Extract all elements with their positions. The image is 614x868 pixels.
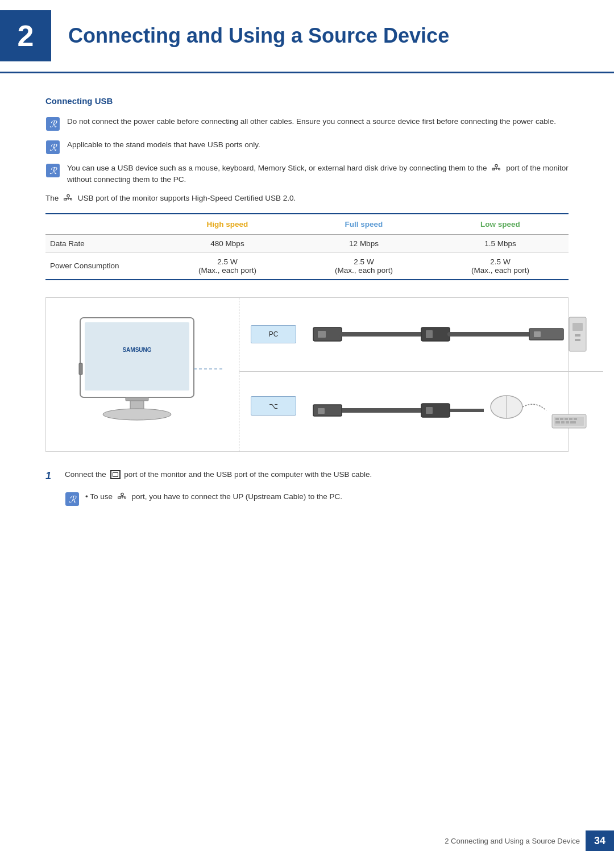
- svg-point-11: [499, 168, 500, 170]
- diagram-label-device: ⌥: [251, 396, 296, 416]
- svg-rect-50: [565, 418, 568, 420]
- svg-rect-53: [555, 421, 560, 423]
- svg-rect-24: [126, 397, 148, 401]
- table-cell-data-rate-label: Data Rate: [45, 234, 159, 252]
- page-header: 2 Connecting and Using a Source Device: [0, 0, 614, 73]
- note-text-2: Applicable to the stand models that have…: [67, 139, 260, 151]
- svg-rect-52: [574, 418, 577, 420]
- svg-point-6: [495, 165, 497, 167]
- svg-point-59: [121, 493, 123, 496]
- svg-rect-36: [575, 334, 580, 337]
- svg-rect-38: [313, 405, 342, 416]
- svg-rect-42: [426, 407, 433, 414]
- table-cell-power-low: 2.5 W (Max., each port): [432, 252, 569, 280]
- table-header-empty: [45, 214, 159, 235]
- monitor-illustration: SAMSUNG: [63, 312, 222, 437]
- step-1: 1 Connect the port of the monitor and th…: [45, 469, 569, 482]
- note-item-3: ℛ You can use a USB device such as a mou…: [45, 163, 569, 186]
- svg-text:ℛ: ℛ: [49, 119, 57, 129]
- svg-rect-55: [566, 421, 569, 423]
- svg-rect-16: [64, 198, 67, 200]
- table-row-data-rate: Data Rate 480 Mbps 12 Mbps 1.5 Mbps: [45, 234, 569, 252]
- diagram-label-pc: PC: [251, 325, 296, 343]
- table-cell-power-full: 2.5 W (Max., each port): [296, 252, 432, 280]
- table-cell-data-rate-high: 480 Mbps: [159, 234, 296, 252]
- svg-text:ℛ: ℛ: [69, 495, 77, 504]
- svg-rect-26: [313, 327, 342, 341]
- svg-rect-39: [318, 408, 325, 414]
- note-item-1: ℛ Do not connect the power cable before …: [45, 116, 569, 131]
- main-content: Connecting USB ℛ Do not connect the powe…: [0, 96, 614, 506]
- note-icon-2: ℛ: [45, 140, 60, 155]
- page-title: Connecting and Using a Source Device: [68, 24, 449, 48]
- table-cell-data-rate-low: 1.5 Mbps: [432, 234, 569, 252]
- svg-rect-19: [85, 322, 189, 391]
- usb-cable-bottom: [308, 383, 592, 440]
- usb-icon-sub: [116, 492, 128, 501]
- svg-text:ℛ: ℛ: [49, 166, 57, 176]
- table-cell-data-rate-full: 12 Mbps: [296, 234, 432, 252]
- svg-rect-56: [570, 421, 576, 423]
- svg-point-64: [124, 497, 126, 499]
- svg-rect-51: [569, 418, 572, 420]
- chapter-number: 2: [18, 19, 34, 53]
- svg-rect-10: [492, 168, 495, 170]
- usb-icon-line: [62, 194, 74, 203]
- svg-text:ℛ: ℛ: [49, 143, 57, 152]
- diagram-bottom-row: ⌥: [239, 372, 603, 451]
- chapter-number-box: 2: [0, 10, 51, 61]
- footer-page-number: 34: [586, 830, 614, 851]
- svg-text:SAMSUNG: SAMSUNG: [122, 347, 151, 353]
- step-1-text: Connect the port of the monitor and the …: [65, 469, 372, 480]
- sub-note-1: ℛ • To use port, you have to connect the…: [65, 491, 569, 506]
- usb-port-line: The USB port of the monitor supports Hig…: [45, 194, 569, 203]
- note-item-2: ℛ Applicable to the stand models that ha…: [45, 139, 569, 155]
- note-text-3: You can use a USB device such as a mouse…: [67, 163, 569, 186]
- svg-rect-54: [561, 421, 565, 423]
- svg-rect-35: [572, 323, 583, 331]
- steps-section: 1 Connect the port of the monitor and th…: [45, 469, 569, 506]
- usb-downstream-icon: [490, 164, 503, 173]
- svg-rect-63: [118, 497, 120, 499]
- svg-rect-30: [426, 330, 433, 338]
- table-cell-power-label: Power Consumption: [45, 252, 159, 280]
- svg-rect-29: [421, 327, 450, 341]
- diagram-top-row: PC: [239, 298, 603, 372]
- sub-note-text: • To use port, you have to connect the U…: [85, 491, 342, 502]
- svg-rect-33: [534, 331, 541, 337]
- note-icon-1: ℛ: [45, 117, 60, 131]
- table-header-full-speed: Full speed: [296, 214, 432, 235]
- svg-rect-37: [575, 339, 580, 341]
- table-header-high-speed: High speed: [159, 214, 296, 235]
- note-text-1: Do not connect the power cable before co…: [67, 116, 556, 127]
- svg-point-17: [70, 198, 72, 200]
- table-row-power: Power Consumption 2.5 W (Max., each port…: [45, 252, 569, 280]
- footer-text: 2 Connecting and Using a Source Device: [445, 837, 586, 845]
- diagram-monitor-section: SAMSUNG: [46, 298, 239, 451]
- step-1-number: 1: [45, 470, 57, 482]
- table-cell-power-high: 2.5 W (Max., each port): [159, 252, 296, 280]
- usb-speed-table: High speed Full speed Low speed Data Rat…: [45, 213, 569, 280]
- svg-rect-48: [555, 418, 559, 420]
- note-icon-3: ℛ: [45, 163, 60, 178]
- page-footer: 2 Connecting and Using a Source Device 3…: [445, 830, 614, 851]
- usb-cable-top: [308, 312, 592, 357]
- usb-diagram: SAMSUNG PC: [45, 297, 569, 452]
- svg-rect-23: [79, 363, 82, 375]
- note-icon-sub: ℛ: [65, 492, 80, 506]
- svg-rect-41: [421, 404, 450, 417]
- svg-point-12: [67, 194, 69, 197]
- svg-rect-49: [560, 418, 563, 420]
- section-title: Connecting USB: [45, 96, 569, 106]
- svg-point-22: [103, 409, 171, 420]
- svg-rect-27: [318, 331, 326, 338]
- table-header-low-speed: Low speed: [432, 214, 569, 235]
- diagram-connectors-section: PC: [239, 298, 603, 451]
